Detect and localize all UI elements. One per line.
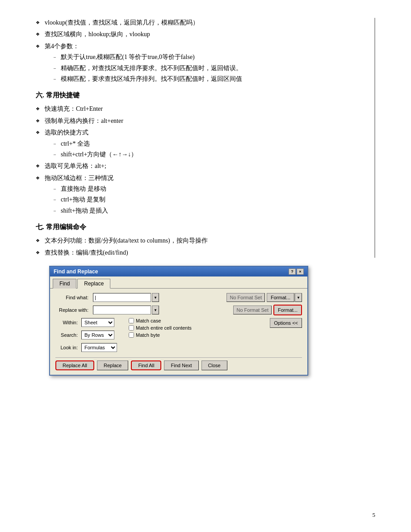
replace-format-button[interactable]: Format... [274,306,301,314]
tab-find[interactable]: Find [53,279,76,289]
right-checkboxes: Match case Match entire cell contents Ma… [129,318,192,338]
list-item: 查找区域横向，hlookup;纵向，vlookup [36,29,365,39]
list-item: 选取可见单元格：alt+; [36,161,365,171]
sub-list-item: ctrl+拖动 是复制 [54,195,365,205]
find-what-dropdown[interactable]: ▼ [152,293,159,302]
list-item: 第4个参数： 默关于认true,模糊匹配(1 等价于true,0等价于false… [36,42,365,84]
titlebar-buttons: ? × [289,268,304,275]
replace-with-input[interactable] [93,306,151,314]
find-replace-dialog: Find and Replace ? × Find Replace Find w… [49,266,308,376]
help-button[interactable]: ? [289,268,296,275]
find-all-button[interactable]: Find All [131,360,161,370]
list-item: 快速填充：Ctrl+Enter [36,104,365,114]
close-button[interactable]: × [297,268,304,275]
dialog-overlay: Find and Replace ? × Find Replace Find w… [36,266,375,376]
find-format-button[interactable]: Format... [267,293,294,302]
top-content-section: vlookup(查找值，查找区域，返回第几行，模糊匹配吗） 查找区域横向，hlo… [36,18,375,258]
replace-with-label: Replace with: [55,307,91,313]
dialog-buttons-row: Replace All Replace Find All Find Next C… [55,357,302,370]
sub-list-item: 默关于认true,模糊匹配(1 等价于true,0等价于false) [54,52,365,62]
search-select-wrap: By Rows By Columns [81,331,114,339]
sub-list: 直接拖动 是移动 ctrl+拖动 是复制 shift+拖动 是插入 [54,184,365,216]
list-item: 文本分列功能：数据/分列(data/text to columns)，按向导操作 [36,236,365,246]
sub-list-item: ctrl+* 全选 [54,139,365,149]
sub-list-item: 精确匹配，对查找区域无排序要求。找不到匹配值时，返回错误。 [54,63,365,73]
list-item: 强制单元格内换行：alt+enter [36,116,365,126]
replace-with-row: Replace with: ▼ No Format Set Format... [55,305,302,315]
replace-input-wrap: ▼ [93,306,159,314]
sub-list: ctrl+* 全选 shift+ctrl+方向键（←↑→↓） [54,139,365,160]
find-what-input[interactable] [93,293,151,302]
lookin-select[interactable]: Formulas Values Comments [81,343,117,352]
list-item: vlookup(查找值，查找区域，返回第几行，模糊匹配吗） [36,18,365,28]
dialog-tabs: Find Replace [50,276,307,289]
replace-button[interactable]: Replace [97,360,128,370]
sub-list-item: shift+ctrl+方向键（←↑→↓） [54,150,365,159]
list-item: 选取的快捷方式 ctrl+* 全选 shift+ctrl+方向键（←↑→↓） [36,128,365,159]
within-select[interactable]: Sheet Workbook [81,318,114,327]
dialog-titlebar: Find and Replace ? × [50,267,307,276]
left-options: Within: Sheet Workbook Search: [55,318,117,354]
lookin-select-wrap: Formulas Values Comments [81,343,117,352]
replace-with-dropdown[interactable]: ▼ [152,306,159,314]
search-label: Search: [55,332,80,338]
replace-all-button[interactable]: Replace All [55,360,94,370]
section6-heading: 六. 常用快捷键 [36,91,365,100]
section7-heading: 七. 常用编辑命令 [36,223,365,231]
within-select-wrap: Sheet Workbook [81,318,114,327]
dialog-title: Find and Replace [54,268,98,275]
find-next-button[interactable]: Find Next [164,360,198,370]
search-select[interactable]: By Rows By Columns [81,331,114,339]
find-format-dropdown[interactable]: ▼ [295,293,302,302]
section6-list: 快速填充：Ctrl+Enter 强制单元格内换行：alt+enter 选取的快捷… [36,104,365,216]
match-case-row: Match case [129,318,192,323]
match-byte-row: Match byte [129,332,192,338]
lookin-row: Look in: Formulas Values Comments [55,343,117,352]
match-byte-label: Match byte [136,332,160,338]
sub-list-item: shift+拖动 是插入 [54,206,365,216]
options-button[interactable]: Options << [270,318,302,328]
match-entire-label: Match entire cell contents [136,325,192,331]
list-item: 拖动区域边框：三种情况 直接拖动 是移动 ctrl+拖动 是复制 shift+拖… [36,173,365,216]
sub-list-item: 直接拖动 是移动 [54,184,365,194]
list-item: 查找替换：编辑/查找(edit/find) [36,248,365,258]
tab-replace[interactable]: Replace [77,279,110,289]
within-label: Within: [55,320,80,325]
find-no-format-badge: No Format Set [226,293,265,302]
find-what-row: Find what: ▼ No Format Set Format... ▼ [55,293,302,302]
match-byte-checkbox[interactable] [129,332,134,338]
section7-list: 文本分列功能：数据/分列(data/text to columns)，按向导操作… [36,236,365,258]
match-case-checkbox[interactable] [129,318,134,323]
lookin-label: Look in: [55,345,80,350]
sub-list-item: 模糊匹配，要求查找区域升序排列。找不到匹配值时，返回区间值 [54,74,365,84]
match-case-label: Match case [136,318,161,323]
find-what-label: Find what: [55,295,91,300]
vlookup-list: vlookup(查找值，查找区域，返回第几行，模糊匹配吗） 查找区域横向，hlo… [36,18,365,84]
find-input-wrap: ▼ [93,293,159,302]
page-number: 5 [373,511,376,519]
options-combined: Within: Sheet Workbook Search: [55,318,302,354]
match-entire-checkbox[interactable] [129,325,134,331]
within-row: Within: Sheet Workbook [55,318,117,327]
match-entire-row: Match entire cell contents [129,325,192,331]
page: vlookup(查找值，查找区域，返回第几行，模糊匹配吗） 查找区域横向，hlo… [0,0,411,532]
close-dialog-button[interactable]: Close [201,360,227,370]
replace-no-format-badge: No Format Set [233,306,272,314]
dialog-body: Find what: ▼ No Format Set Format... ▼ [50,289,307,375]
sub-list: 默关于认true,模糊匹配(1 等价于true,0等价于false) 精确匹配，… [54,52,365,84]
options-btn-wrap: Options << [199,318,302,328]
search-row: Search: By Rows By Columns [55,331,117,339]
